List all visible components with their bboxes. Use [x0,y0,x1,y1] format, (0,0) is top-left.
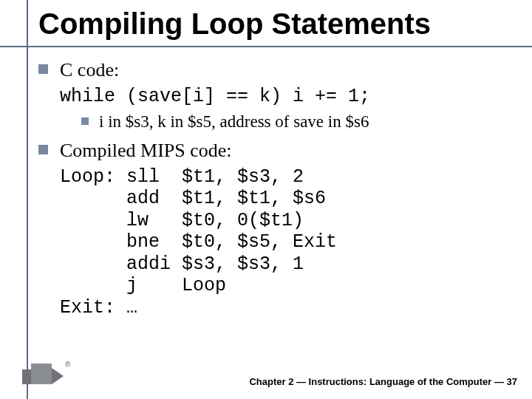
bullet-label: C code: [60,58,119,83]
slide-title: Compiling Loop Statements [38,7,431,41]
horizontal-rule [0,46,532,47]
square-bullet-icon [81,117,89,125]
publisher-logo: ® [22,364,74,390]
sub-bullet-registers: i in $s3, k in $s5, address of save in $… [81,112,510,132]
mips-code-block: Loop: sll $t1, $s3, 2 add $t1, $t1, $s6 … [60,166,510,319]
square-bullet-icon [38,64,48,74]
bullet-label: Compiled MIPS code: [60,138,232,163]
sub-bullet-label: i in $s3, k in $s5, address of save in $… [99,112,369,132]
vertical-rule [27,0,28,399]
c-code-block: while (save[i] == k) i += 1; [60,86,510,108]
slide-footer: Chapter 2 — Instructions: Language of th… [249,376,517,387]
square-bullet-icon [38,145,48,154]
bullet-c-code: C code: [38,58,510,83]
slide-content: C code: while (save[i] == k) i += 1; i i… [38,58,510,318]
bullet-mips-code: Compiled MIPS code: [38,138,510,163]
